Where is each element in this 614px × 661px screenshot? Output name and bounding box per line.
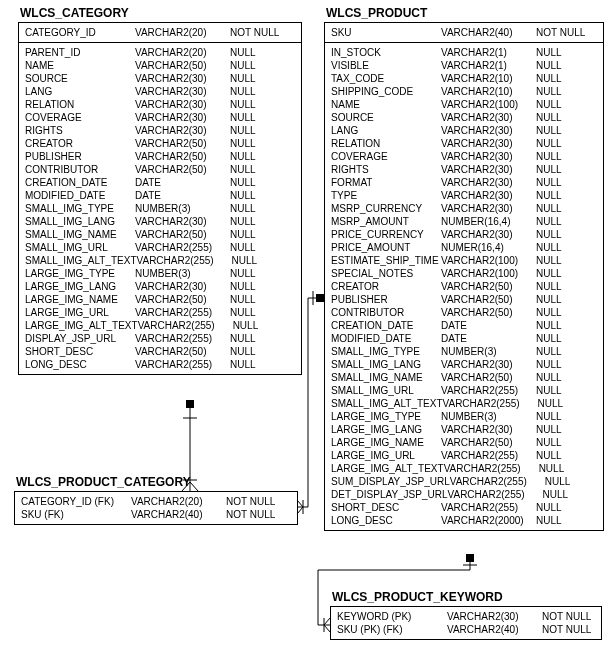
- column-row: RIGHTSVARCHAR2(30)NULL: [25, 124, 295, 137]
- col-null: NULL: [536, 112, 591, 123]
- col-type: VARCHAR2(30): [135, 216, 230, 227]
- cols-section: PARENT_IDVARCHAR2(20)NULLNAMEVARCHAR2(50…: [19, 43, 301, 374]
- table-title-product: WLCS_PRODUCT: [324, 6, 429, 20]
- col-null: NULL: [230, 86, 285, 97]
- col-name: SMALL_IMG_NAME: [331, 372, 441, 383]
- col-null: NOT NULL: [536, 27, 591, 38]
- column-row: CREATORVARCHAR2(50)NULL: [25, 137, 295, 150]
- column-row: SMALL_IMG_URLVARCHAR2(255)NULL: [331, 384, 597, 397]
- col-type: VARCHAR2(50): [135, 151, 230, 162]
- column-row: MODIFIED_DATEDATENULL: [331, 332, 597, 345]
- table-title-product-keyword: WLCS_PRODUCT_KEYWORD: [330, 590, 505, 604]
- col-name: TYPE: [331, 190, 441, 201]
- col-null: NULL: [230, 281, 285, 292]
- col-name: CREATION_DATE: [331, 320, 441, 331]
- col-name: SMALL_IMG_TYPE: [331, 346, 441, 357]
- col-null: NULL: [539, 463, 594, 474]
- column-row: LARGE_IMG_NAMEVARCHAR2(50)NULL: [25, 293, 295, 306]
- col-name: LONG_DESC: [25, 359, 135, 370]
- column-row: ESTIMATE_SHIP_TIMEVARCHAR2(100)NULL: [331, 254, 597, 267]
- col-null: NULL: [536, 47, 591, 58]
- col-name: DISPLAY_JSP_URL: [25, 333, 135, 344]
- col-type: VARCHAR2(255): [135, 359, 230, 370]
- col-name: SMALL_IMG_TYPE: [25, 203, 135, 214]
- col-null: NULL: [536, 372, 591, 383]
- column-row: LANGVARCHAR2(30)NULL: [331, 124, 597, 137]
- col-type: VARCHAR2(20): [131, 496, 226, 507]
- col-type: VARCHAR2(50): [441, 281, 536, 292]
- col-name: MSRP_AMOUNT: [331, 216, 441, 227]
- col-type: VARCHAR2(30): [441, 190, 536, 201]
- col-name: FORMAT: [331, 177, 441, 188]
- col-null: NULL: [232, 255, 287, 266]
- col-null: NULL: [536, 333, 591, 344]
- table-title-product-category: WLCS_PRODUCT_CATEGORY: [14, 475, 193, 489]
- column-row: FORMATVARCHAR2(30)NULL: [331, 176, 597, 189]
- col-type: VARCHAR2(30): [135, 86, 230, 97]
- col-null: NULL: [230, 190, 285, 201]
- column-row: DISPLAY_JSP_URLVARCHAR2(255)NULL: [25, 332, 295, 345]
- col-type: VARCHAR2(20): [135, 27, 230, 38]
- col-null: NULL: [536, 229, 591, 240]
- col-type: DATE: [135, 190, 230, 201]
- table-product-keyword: KEYWORD (PK)VARCHAR2(30)NOT NULLSKU (PK)…: [330, 606, 602, 640]
- col-null: NOT NULL: [226, 509, 281, 520]
- col-name: SPECIAL_NOTES: [331, 268, 441, 279]
- col-type: VARCHAR2(255): [441, 450, 536, 461]
- col-name: COVERAGE: [331, 151, 441, 162]
- column-row: TYPEVARCHAR2(30)NULL: [331, 189, 597, 202]
- col-name: PUBLISHER: [25, 151, 135, 162]
- col-null: NULL: [536, 268, 591, 279]
- col-name: LARGE_IMG_TYPE: [25, 268, 135, 279]
- col-name: RIGHTS: [331, 164, 441, 175]
- col-name: RELATION: [331, 138, 441, 149]
- column-row: SKU (FK)VARCHAR2(40)NOT NULL: [21, 508, 291, 521]
- column-row: LARGE_IMG_URLVARCHAR2(255)NULL: [331, 449, 597, 462]
- col-name: CONTRIBUTOR: [25, 164, 135, 175]
- col-type: VARCHAR2(255): [441, 502, 536, 513]
- column-row: SHORT_DESCVARCHAR2(50)NULL: [25, 345, 295, 358]
- col-type: VARCHAR2(30): [441, 203, 536, 214]
- col-null: NULL: [230, 294, 285, 305]
- col-type: VARCHAR2(30): [441, 424, 536, 435]
- col-type: VARCHAR2(255): [137, 255, 232, 266]
- col-type: NUMBER(3): [135, 203, 230, 214]
- svg-rect-9: [316, 294, 324, 302]
- col-type: VARCHAR2(10): [441, 86, 536, 97]
- col-null: NULL: [536, 255, 591, 266]
- col-type: VARCHAR2(50): [441, 294, 536, 305]
- column-row: DET_DISPLAY_JSP_URLVARCHAR2(255)NULL: [331, 488, 597, 501]
- col-name: MSRP_CURRENCY: [331, 203, 441, 214]
- col-type: VARCHAR2(100): [441, 255, 536, 266]
- col-null: NULL: [536, 437, 591, 448]
- col-type: VARCHAR2(50): [441, 307, 536, 318]
- col-name: PRICE_CURRENCY: [331, 229, 441, 240]
- col-name: CATEGORY_ID (FK): [21, 496, 131, 507]
- col-type: NUMBER(3): [441, 346, 536, 357]
- column-row: LARGE_IMG_TYPENUMBER(3)NULL: [25, 267, 295, 280]
- col-type: NUMBER(3): [441, 411, 536, 422]
- col-null: NULL: [230, 151, 285, 162]
- column-row: CONTRIBUTORVARCHAR2(50)NULL: [25, 163, 295, 176]
- column-row: NAMEVARCHAR2(100)NULL: [331, 98, 597, 111]
- col-name: PRICE_AMOUNT: [331, 242, 441, 253]
- col-name: LARGE_IMG_TYPE: [331, 411, 441, 422]
- column-row: CREATORVARCHAR2(50)NULL: [331, 280, 597, 293]
- col-null: NULL: [536, 385, 591, 396]
- col-null: NULL: [536, 242, 591, 253]
- pk-section: SKUVARCHAR2(40)NOT NULL: [325, 23, 603, 43]
- col-null: NULL: [536, 281, 591, 292]
- col-null: NULL: [543, 489, 598, 500]
- col-type: VARCHAR2(255): [450, 476, 545, 487]
- col-type: VARCHAR2(255): [441, 385, 536, 396]
- col-null: NULL: [230, 229, 285, 240]
- col-null: NULL: [536, 502, 591, 513]
- col-type: VARCHAR2(100): [441, 99, 536, 110]
- col-name: PUBLISHER: [331, 294, 441, 305]
- col-null: NULL: [538, 398, 593, 409]
- col-name: SMALL_IMG_LANG: [331, 359, 441, 370]
- col-type: NUMER(16,4): [441, 242, 536, 253]
- col-type: VARCHAR2(30): [135, 112, 230, 123]
- column-row: LARGE_IMG_TYPENUMBER(3)NULL: [331, 410, 597, 423]
- column-row: SKUVARCHAR2(40)NOT NULL: [331, 26, 597, 39]
